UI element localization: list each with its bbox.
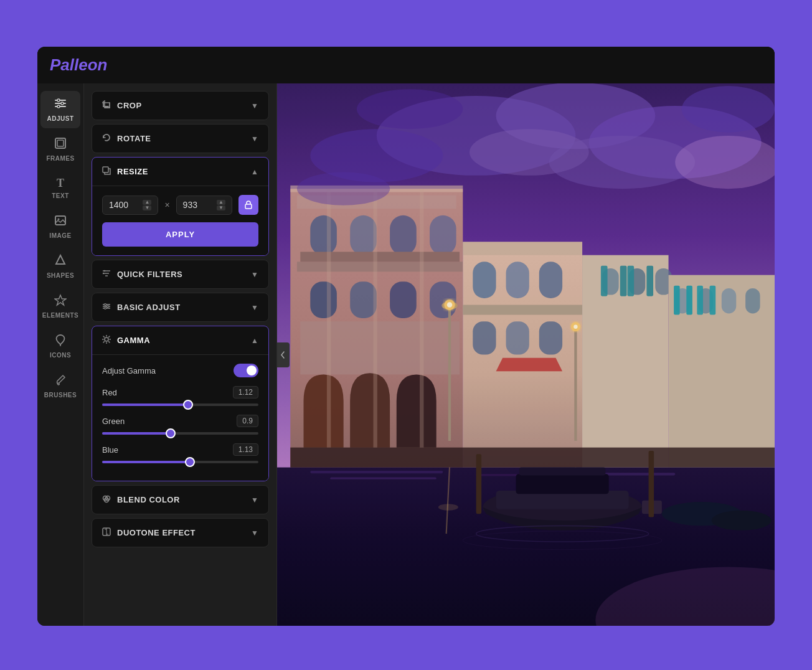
sidebar-item-icons[interactable]: ICONS bbox=[40, 328, 80, 365]
width-spinner: ▲ ▼ bbox=[143, 200, 151, 210]
resize-icon bbox=[102, 166, 111, 177]
icons-icon bbox=[54, 334, 67, 349]
duotone-accordion: DUOTONE EFFECT ▼ bbox=[92, 518, 269, 547]
crop-accordion: CROP ▼ bbox=[92, 91, 269, 120]
sidebar-item-elements-label: ELEMENTS bbox=[42, 312, 78, 319]
duotone-header[interactable]: DUOTONE EFFECT ▼ bbox=[92, 519, 268, 547]
svg-rect-112 bbox=[327, 189, 331, 447]
sidebar-item-image[interactable]: IMAGE bbox=[40, 208, 80, 245]
rotate-accordion-header[interactable]: ROTATE ▼ bbox=[92, 125, 268, 153]
sidebar-item-image-label: IMAGE bbox=[49, 232, 71, 239]
quick-filters-icon bbox=[102, 269, 111, 280]
basic-adjust-label: BASIC ADJUST bbox=[117, 303, 181, 312]
duotone-title: DUOTONE EFFECT bbox=[102, 527, 196, 538]
green-slider-row: Green 0.9 bbox=[102, 415, 258, 435]
red-slider-row: Red 1.12 bbox=[102, 386, 258, 406]
blue-slider-row: Blue 1.13 bbox=[102, 443, 258, 463]
svg-point-117 bbox=[297, 172, 390, 205]
sidebar-item-frames[interactable]: FRAMES bbox=[40, 131, 80, 168]
svg-point-23 bbox=[105, 337, 108, 341]
width-spinner-down[interactable]: ▼ bbox=[143, 205, 151, 210]
blend-color-header[interactable]: BLEND COLOR ▼ bbox=[92, 486, 268, 514]
sidebar-item-brushes[interactable]: BRUSHES bbox=[40, 367, 80, 405]
gamma-icon bbox=[102, 335, 111, 346]
red-slider-label: Red bbox=[102, 388, 117, 397]
logo: Palleon bbox=[50, 55, 107, 75]
blue-slider-fill bbox=[102, 461, 190, 463]
resize-width-input[interactable] bbox=[109, 200, 143, 210]
svg-line-28 bbox=[103, 336, 104, 337]
resize-width-input-wrap: ▲ ▼ bbox=[102, 196, 158, 215]
svg-point-12 bbox=[60, 345, 61, 346]
resize-dimensions-row: ▲ ▼ × ▲ ▼ bbox=[102, 195, 258, 215]
svg-point-16 bbox=[103, 273, 104, 274]
gamma-accordion-header[interactable]: GAMMA ▲ bbox=[92, 326, 268, 354]
crop-icon bbox=[102, 100, 111, 111]
green-label-row: Green 0.9 bbox=[102, 415, 258, 427]
svg-point-15 bbox=[104, 270, 105, 271]
sidebar: ADJUST FRAMES T TEXT bbox=[37, 83, 84, 626]
canvas-area bbox=[277, 83, 775, 626]
red-slider-fill bbox=[102, 403, 188, 406]
basic-adjust-header[interactable]: BASIC ADJUST ▼ bbox=[92, 293, 268, 321]
main-content: ADJUST FRAMES T TEXT bbox=[37, 83, 775, 626]
red-slider-value: 1.12 bbox=[233, 386, 258, 399]
blue-slider-thumb[interactable] bbox=[185, 457, 195, 467]
rotate-label: ROTATE bbox=[117, 134, 151, 143]
svg-rect-113 bbox=[373, 189, 377, 447]
green-slider-fill bbox=[102, 432, 171, 435]
height-spinner-up[interactable]: ▲ bbox=[217, 200, 225, 205]
svg-point-21 bbox=[107, 306, 109, 308]
sidebar-item-elements[interactable]: ELEMENTS bbox=[40, 288, 80, 325]
quick-filters-header[interactable]: QUICK FILTERS ▼ bbox=[92, 260, 268, 288]
sidebar-item-adjust[interactable]: ADJUST bbox=[40, 91, 80, 128]
resize-apply-button[interactable]: APPLY bbox=[102, 222, 258, 247]
green-slider-track[interactable] bbox=[102, 432, 258, 435]
resize-title: RESIZE bbox=[102, 166, 148, 177]
svg-marker-11 bbox=[55, 295, 66, 305]
frames-icon bbox=[54, 137, 67, 153]
svg-line-31 bbox=[103, 342, 104, 342]
blend-color-label: BLEND COLOR bbox=[117, 495, 180, 504]
green-slider-thumb[interactable] bbox=[166, 428, 176, 438]
panel-collapse-handle[interactable] bbox=[277, 342, 290, 367]
duotone-icon bbox=[102, 527, 111, 538]
green-slider-value: 0.9 bbox=[237, 415, 258, 427]
red-slider-thumb[interactable] bbox=[183, 400, 193, 410]
resize-accordion-header[interactable]: RESIZE ▲ bbox=[92, 158, 268, 186]
svg-rect-13 bbox=[103, 167, 108, 172]
adjust-gamma-toggle[interactable] bbox=[234, 364, 258, 377]
adjust-gamma-label: Adjust Gamma bbox=[102, 366, 156, 375]
blend-color-title: BLEND COLOR bbox=[102, 494, 180, 505]
sidebar-item-shapes[interactable]: SHAPES bbox=[40, 248, 80, 285]
crop-chevron: ▼ bbox=[251, 101, 258, 110]
svg-line-29 bbox=[109, 342, 110, 342]
gamma-accordion: GAMMA ▲ Adjust Gamma Red bbox=[92, 326, 269, 481]
rotate-accordion: ROTATE ▼ bbox=[92, 124, 269, 153]
crop-title: CROP bbox=[102, 100, 142, 111]
green-slider-label: Green bbox=[102, 417, 125, 426]
aspect-ratio-lock-button[interactable] bbox=[238, 195, 258, 215]
svg-point-22 bbox=[105, 308, 106, 309]
shapes-icon bbox=[54, 254, 67, 270]
resize-height-input[interactable] bbox=[183, 200, 217, 210]
panel: CROP ▼ ROTATE bbox=[84, 83, 277, 626]
svg-point-20 bbox=[105, 304, 106, 306]
sidebar-item-text[interactable]: T TEXT bbox=[40, 171, 80, 205]
crop-accordion-header[interactable]: CROP ▼ bbox=[92, 92, 268, 120]
svg-line-30 bbox=[109, 336, 110, 337]
blue-label-row: Blue 1.13 bbox=[102, 443, 258, 456]
resize-height-input-wrap: ▲ ▼ bbox=[176, 196, 232, 215]
width-spinner-up[interactable]: ▲ bbox=[143, 200, 151, 205]
blue-slider-value: 1.13 bbox=[233, 443, 258, 456]
red-slider-track[interactable] bbox=[102, 403, 258, 406]
height-spinner-down[interactable]: ▼ bbox=[217, 205, 225, 210]
svg-point-3 bbox=[57, 99, 60, 101]
gamma-body: Adjust Gamma Red 1.12 bbox=[92, 354, 268, 481]
quick-filters-accordion: QUICK FILTERS ▼ bbox=[92, 260, 269, 289]
brushes-icon bbox=[54, 374, 67, 389]
blue-slider-track[interactable] bbox=[102, 461, 258, 463]
canvas-image bbox=[277, 83, 775, 626]
blend-color-accordion: BLEND COLOR ▼ bbox=[92, 485, 269, 514]
rotate-icon bbox=[102, 133, 111, 144]
